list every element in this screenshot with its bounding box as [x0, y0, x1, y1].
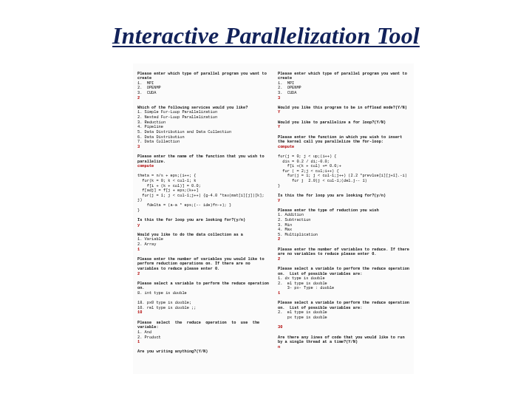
- r-p9-opts: 2. el type is double px type is double: [278, 310, 327, 320]
- left-column: Please enter which type of parallel prog…: [133, 64, 273, 374]
- r-p10-ans: n: [278, 345, 280, 349]
- l-p8-ans: 1: [137, 340, 140, 344]
- l-p5-ans: 1: [137, 248, 140, 252]
- r-p10-q: Are there any lines of code that you wou…: [278, 335, 407, 345]
- r-p1-ans: 3: [278, 96, 280, 100]
- l-p9-q: Are you writing anything?(Y/N): [137, 349, 208, 354]
- r-p3-q: Would you like to parallelize a for loop…: [278, 120, 386, 125]
- r-p8-header: Please select a variable to perform the …: [278, 267, 412, 276]
- r-p9-header: Please select a variable to perform the …: [278, 301, 412, 310]
- l-p2-opts: 1. Simple For-Loop Parallelization 2. Ne…: [137, 110, 231, 144]
- r-p7-header: Please enter the number of variables to …: [278, 248, 412, 257]
- page-title: Interactive Parallelization Tool: [0, 22, 532, 50]
- l-code: theta = n/s + eps;(i++; { for(k = 0; k <…: [137, 174, 267, 212]
- l-p6-header: Please enter the number of variables you…: [137, 257, 267, 271]
- r-p3-ans: Y: [278, 125, 280, 129]
- r-p4-ans: compute: [278, 145, 294, 149]
- r-p2-q: Would you like this program to be in off…: [278, 106, 407, 110]
- l-p2-ans: 3: [137, 145, 140, 149]
- r-p6-header: Please enter the type of reduction you w…: [278, 208, 379, 213]
- r-code: for(j = 0; j < up;(i++) { dis = 0.2 / di…: [278, 154, 407, 188]
- slide: Interactive Parallelization Tool Please …: [0, 0, 532, 399]
- l-p8-header: Please select the reduce operation to us…: [137, 321, 262, 330]
- r-p6-opts: 1. Addition 2. Subtraction 3. Min 4. Max…: [278, 213, 318, 236]
- l-p3-ans: compute: [137, 164, 154, 168]
- terminal-screenshot: Please enter which type of parallel prog…: [133, 64, 414, 374]
- r-p9-ans: 30: [278, 325, 282, 330]
- l-p3-header: Please enter the name of the function th…: [137, 154, 267, 164]
- r-p1-opts: 1. MPI 2. OPENMP 3. CUDA: [278, 81, 301, 95]
- right-column: Please enter which type of parallel prog…: [273, 64, 414, 374]
- r-p7-ans: 2: [278, 257, 280, 262]
- l-p4-q: Is this the for loop you are looking for…: [137, 218, 245, 222]
- l-p1-opts: 1. MPI 2. OPENMP 3. CUDA: [137, 81, 161, 95]
- l-p7-opts: 8. int type is double 18. px0 type is do…: [137, 291, 196, 310]
- r-p2-ans: Y: [278, 110, 280, 115]
- l-p1-ans: 2: [137, 96, 140, 100]
- l-p7-ans: 10: [137, 310, 142, 315]
- l-p5-opts: 1. Variable 2. Array: [137, 237, 163, 247]
- r-p1-header: Please enter which type of parallel prog…: [278, 72, 409, 81]
- r-p8-opts: 1. dx type is double 2. el type is doubl…: [278, 276, 334, 290]
- l-p6-ans: 2: [137, 272, 140, 276]
- r-p4-header: Please enter the function in which you w…: [278, 135, 405, 145]
- l-p4-ans: y: [137, 223, 140, 228]
- r-p5-q: Is this the for loop you are looking for…: [278, 194, 386, 198]
- l-p8-opts: 1. And 2. Product: [137, 330, 161, 340]
- l-p1-header: Please enter which type of parallel prog…: [137, 72, 269, 81]
- r-p8-ans: 1: [278, 291, 280, 296]
- r-p5-ans: y: [278, 198, 280, 202]
- l-p2-header: Which of the following services would yo…: [137, 106, 248, 110]
- l-p7-header: Please select a variable to perform the …: [137, 282, 271, 291]
- l-p5-header: Would you like to do the data collection…: [137, 233, 243, 237]
- r-p6-ans: 2: [278, 237, 280, 242]
